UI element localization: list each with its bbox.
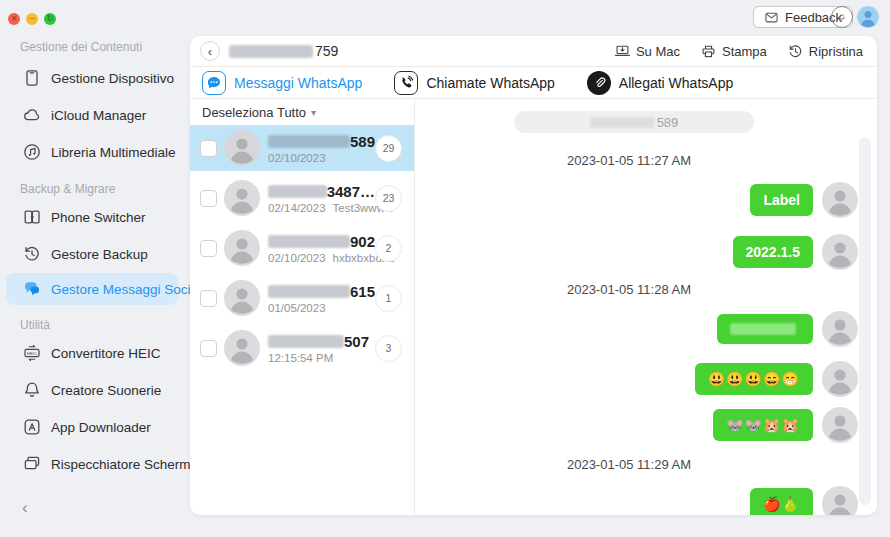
conversation-row[interactable]: 3487… 02/14/2023Test3wwww 23 bbox=[190, 175, 414, 221]
zoom-window-button[interactable]: ↻ bbox=[44, 13, 56, 25]
chat-timestamp: 2023-01-05 11:29 AM bbox=[415, 457, 843, 472]
sidebar-item-label: Creatore Suonerie bbox=[51, 383, 161, 398]
chat-message-row bbox=[415, 311, 877, 347]
contact-name-suffix: 902 bbox=[350, 233, 375, 250]
sidebar-item-icloud-manager[interactable]: iCloud Manager bbox=[6, 99, 178, 131]
sidebar-item-phone-switcher[interactable]: Phone Switcher bbox=[6, 201, 178, 233]
deselect-all-label: Deseleziona Tutto bbox=[202, 105, 306, 120]
redacted-contact-name bbox=[590, 117, 654, 128]
sidebar-item-label: Libreria Multimediale bbox=[51, 145, 176, 160]
conversation-date: 12:15:54 PM bbox=[268, 352, 333, 364]
tab-chiamate-whatsapp[interactable]: Chiamate WhatsApp bbox=[394, 71, 554, 95]
heic-converter-icon: HEIC bbox=[22, 343, 42, 363]
sidebar-item-label: Rispecchiatore Schermo bbox=[51, 457, 198, 472]
tab-label: Allegati WhatsApp bbox=[619, 75, 733, 91]
sidebar-item-label: Gestore Backup bbox=[51, 247, 148, 262]
conversation-checkbox[interactable] bbox=[200, 240, 217, 257]
conversation-checkbox[interactable] bbox=[200, 340, 217, 357]
conversation-date: 02/10/2023 bbox=[268, 152, 326, 164]
conversation-row[interactable]: 615 01/05/2023 1 bbox=[190, 275, 414, 321]
sidebar-item-creatore-suonerie[interactable]: Creatore Suonerie bbox=[6, 374, 178, 406]
contact-name-suffix: 507 bbox=[344, 333, 369, 350]
sidebar-item-gestione-dispositivo[interactable]: Gestione Dispositivo bbox=[6, 62, 178, 94]
sidebar-item-rispecchiatore-schermo[interactable]: Rispecchiatore Schermo bbox=[6, 448, 178, 480]
chat-timestamp: 2023-01-05 11:27 AM bbox=[415, 153, 843, 168]
cloud-icon bbox=[22, 105, 42, 125]
redacted-contact-name bbox=[268, 235, 350, 248]
conversation-checkbox[interactable] bbox=[200, 190, 217, 207]
account-avatar[interactable] bbox=[857, 6, 879, 28]
close-window-button[interactable]: ✕ bbox=[8, 13, 20, 25]
notifications-bell-icon[interactable] bbox=[831, 6, 853, 28]
media-library-icon bbox=[22, 142, 42, 162]
sidebar-item-label: iCloud Manager bbox=[51, 108, 146, 123]
header-actions: Su Mac Stampa Ripristina bbox=[614, 43, 877, 60]
sidebar-item-app-downloader[interactable]: App Downloader bbox=[6, 411, 178, 443]
chat-message-row: 😃😃😃😄😁 bbox=[415, 361, 877, 397]
redacted-message-bubble bbox=[717, 314, 813, 344]
conversation-row[interactable]: 589 02/10/2023 29 bbox=[190, 125, 414, 171]
tab-messaggi-whatsapp[interactable]: Messaggi WhatsApp bbox=[202, 71, 362, 95]
whatsapp-tabs: Messaggi WhatsApp Chiamate WhatsApp Alle… bbox=[190, 67, 877, 99]
sidebar-collapse-button[interactable]: ‹ bbox=[22, 498, 28, 518]
conversation-row[interactable]: 902 02/10/2023hxbxbxbdnd 2 bbox=[190, 225, 414, 271]
conversation-row[interactable]: 507 12:15:54 PM 3 bbox=[190, 325, 414, 371]
sidebar-item-libreria-multimediale[interactable]: Libreria Multimediale bbox=[6, 136, 178, 168]
envelope-icon bbox=[764, 10, 779, 25]
message-count-badge: 29 bbox=[375, 135, 402, 162]
deselect-all-dropdown[interactable]: Deseleziona Tutto ▾ bbox=[190, 99, 414, 125]
chevron-down-icon: ▾ bbox=[311, 107, 316, 118]
message-bubble: 🐭🐭🐹🐹 bbox=[713, 409, 813, 441]
device-number: 759 bbox=[229, 43, 338, 59]
restore-label: Ripristina bbox=[809, 44, 863, 59]
tab-label: Chiamate WhatsApp bbox=[426, 75, 554, 91]
contact-avatar bbox=[224, 280, 260, 316]
redacted-contact-name bbox=[268, 185, 327, 198]
contact-avatar bbox=[224, 130, 260, 166]
export-to-mac-icon bbox=[614, 43, 631, 60]
app-store-icon bbox=[22, 417, 42, 437]
contact-avatar bbox=[224, 330, 260, 366]
conversation-checkbox[interactable] bbox=[200, 290, 217, 307]
print-icon bbox=[700, 43, 717, 60]
conversation-date: 01/05/2023 bbox=[268, 302, 326, 314]
tab-label: Messaggi WhatsApp bbox=[234, 75, 362, 91]
redacted-contact-name bbox=[268, 285, 350, 298]
sender-avatar bbox=[822, 361, 858, 397]
message-bubble: 2022.1.5 bbox=[733, 236, 814, 268]
sidebar-item-gestore-backup[interactable]: Gestore Backup bbox=[6, 238, 178, 270]
chat-message-row: 🍎🍐 bbox=[415, 486, 877, 515]
phone-switcher-icon bbox=[22, 207, 42, 227]
main-panel: ‹ 759 Su Mac Stampa Ripristina bbox=[190, 36, 877, 515]
tab-allegati-whatsapp[interactable]: Allegati WhatsApp bbox=[587, 71, 733, 95]
sender-avatar bbox=[822, 486, 858, 515]
sidebar-item-label: Phone Switcher bbox=[51, 210, 146, 225]
sidebar-section-label: Utilità bbox=[20, 318, 50, 332]
contact-name-suffix: 589 bbox=[350, 133, 375, 150]
redacted-text bbox=[730, 323, 796, 335]
print-button[interactable]: Stampa bbox=[700, 43, 767, 60]
restore-icon bbox=[787, 43, 804, 60]
sidebar-section-label: Backup & Migrare bbox=[20, 182, 115, 196]
backup-history-icon bbox=[22, 244, 42, 264]
redacted-device-number bbox=[229, 45, 313, 58]
back-button[interactable]: ‹ bbox=[200, 41, 220, 61]
chat-contact-header: 589 bbox=[514, 111, 754, 133]
chat-message-row: Label bbox=[415, 182, 877, 218]
redacted-contact-name bbox=[268, 335, 344, 348]
sidebar-section-label: Gestione dei Contenuti bbox=[20, 40, 142, 54]
minimize-window-button[interactable]: ─ bbox=[26, 13, 38, 25]
device-number-suffix: 759 bbox=[315, 43, 338, 59]
message-bubble: 😃😃😃😄😁 bbox=[695, 363, 813, 395]
export-to-mac-button[interactable]: Su Mac bbox=[614, 43, 680, 60]
conversation-date: 02/10/2023 bbox=[268, 252, 326, 264]
sidebar-item-gestore-messaggi-social[interactable]: Gestore Messaggi Social bbox=[6, 273, 178, 305]
app-window: ✕ ─ ↻ Feedback Gestione dei Contenuti Ge… bbox=[0, 0, 890, 537]
message-count-badge: 1 bbox=[375, 285, 402, 312]
sidebar-item-convertitore-heic[interactable]: HEIC Convertitore HEIC bbox=[6, 337, 178, 369]
conversation-date: 02/14/2023 bbox=[268, 202, 326, 214]
conversation-checkbox[interactable] bbox=[200, 140, 217, 157]
svg-text:HEIC: HEIC bbox=[27, 351, 37, 356]
contact-name-suffix: 615 bbox=[350, 283, 375, 300]
restore-button[interactable]: Ripristina bbox=[787, 43, 863, 60]
